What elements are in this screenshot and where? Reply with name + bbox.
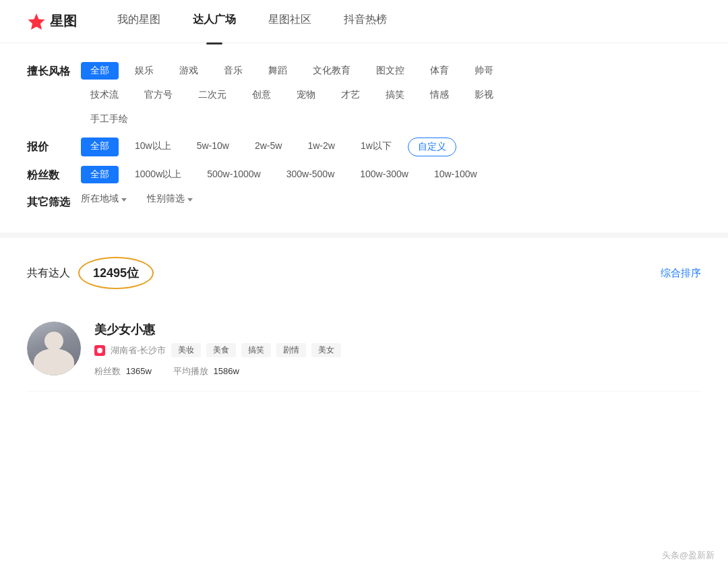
fans-stat-value: 1365w xyxy=(126,366,152,376)
style-tag-education[interactable]: 文化教育 xyxy=(303,62,360,80)
price-tag-1w-2w[interactable]: 1w-2w xyxy=(298,138,344,156)
main-nav: 我的星图 达人广场 星图社区 抖音热榜 xyxy=(117,13,387,30)
other-filter-row: 其它筛选 所在地域 性别筛选 xyxy=(27,193,701,210)
style-tag-creative[interactable]: 创意 xyxy=(243,86,280,104)
style-tag-funny[interactable]: 搞笑 xyxy=(376,86,414,104)
gender-label: 性别筛选 xyxy=(147,193,185,205)
category-tag-food: 美食 xyxy=(206,343,236,357)
category-tags: 美妆 美食 搞笑 剧情 美女 xyxy=(171,343,341,357)
influencer-info: 美少女小惠 湖南省-长沙市 美妆 美食 搞笑 剧情 美女 粉丝数 1365w xyxy=(94,322,701,377)
price-tag-custom[interactable]: 自定义 xyxy=(408,138,456,156)
nav-item-community[interactable]: 星图社区 xyxy=(268,13,311,30)
filter-section: 擅长风格 全部 娱乐 游戏 音乐 舞蹈 文化教育 图文控 体育 帅哥 技术流 官… xyxy=(0,43,728,238)
category-tag-drama: 剧情 xyxy=(276,343,306,357)
style-tag-talent[interactable]: 才艺 xyxy=(332,86,369,104)
fans-tag-1000w[interactable]: 1000w以上 xyxy=(125,166,191,183)
influencer-name: 美少女小惠 xyxy=(94,322,701,338)
logo: 星图 xyxy=(27,12,77,31)
sort-link[interactable]: 综合排序 xyxy=(661,267,701,280)
fans-stat-label: 粉丝数 xyxy=(94,366,121,376)
fans-tag-100w-300w[interactable]: 100w-300w xyxy=(351,166,418,183)
logo-star-icon xyxy=(27,12,46,31)
play-stat-label: 平均播放 xyxy=(173,366,208,376)
style-filter-tags-3: 手工手绘 xyxy=(81,111,701,128)
results-count-wrapper: 共有达人 12495位 xyxy=(27,257,154,289)
results-label: 共有达人 xyxy=(27,266,70,280)
header: 星图 我的星图 达人广场 星图社区 抖音热榜 xyxy=(0,0,728,43)
style-filter-tags-2: 技术流 官方号 二次元 创意 宠物 才艺 搞笑 情感 影视 xyxy=(81,86,701,104)
style-tag-all[interactable]: 全部 xyxy=(81,62,119,80)
fans-filter-tags: 全部 1000w以上 500w-1000w 300w-500w 100w-300… xyxy=(81,166,701,183)
price-filter-label: 报价 xyxy=(27,138,81,154)
nav-item-my-xingtujour[interactable]: 我的星图 xyxy=(117,13,160,30)
fans-filter-label: 粉丝数 xyxy=(27,166,81,183)
gender-dropdown-arrow-icon xyxy=(187,198,193,202)
category-tag-makeup: 美妆 xyxy=(171,343,201,357)
other-filter-label: 其它筛选 xyxy=(27,193,81,210)
price-tag-1w-below[interactable]: 1w以下 xyxy=(351,138,401,156)
avatar xyxy=(27,322,81,375)
fans-tag-300w-500w[interactable]: 300w-500w xyxy=(277,166,344,183)
results-count-circle: 12495位 xyxy=(78,257,154,289)
logo-text: 星图 xyxy=(50,12,77,30)
fans-tag-all[interactable]: 全部 xyxy=(81,166,119,183)
influencer-meta: 湖南省-长沙市 美妆 美食 搞笑 剧情 美女 xyxy=(94,343,701,357)
style-tag-game[interactable]: 游戏 xyxy=(170,62,208,80)
style-tag-official[interactable]: 官方号 xyxy=(135,86,182,104)
style-filter-tags: 全部 娱乐 游戏 音乐 舞蹈 文化教育 图文控 体育 帅哥 xyxy=(81,62,701,80)
category-tag-funny: 搞笑 xyxy=(241,343,271,357)
price-tag-2w-5w[interactable]: 2w-5w xyxy=(245,138,291,156)
style-filter-label: 擅长风格 xyxy=(27,62,81,79)
category-tag-beauty: 美女 xyxy=(311,343,341,357)
style-filter-row: 擅长风格 全部 娱乐 游戏 音乐 舞蹈 文化教育 图文控 体育 帅哥 xyxy=(27,62,701,80)
svg-marker-0 xyxy=(28,13,45,30)
style-tag-dance[interactable]: 舞蹈 xyxy=(259,62,297,80)
style-tag-sports[interactable]: 体育 xyxy=(421,62,458,80)
price-filter-tags: 全部 10w以上 5w-10w 2w-5w 1w-2w 1w以下 自定义 xyxy=(81,138,701,156)
influencer-card: 美少女小惠 湖南省-长沙市 美妆 美食 搞笑 剧情 美女 粉丝数 1365w xyxy=(27,308,701,392)
price-filter-row: 报价 全部 10w以上 5w-10w 2w-5w 1w-2w 1w以下 自定义 xyxy=(27,138,701,156)
style-filter-row-3: 手工手绘 xyxy=(27,111,701,128)
price-tag-10w-plus[interactable]: 10w以上 xyxy=(125,138,181,156)
platform-douyin-icon xyxy=(94,345,105,356)
platform-icon-inner xyxy=(97,348,102,353)
style-tag-entertainment[interactable]: 娱乐 xyxy=(125,62,163,80)
influencer-stats: 粉丝数 1365w 平均播放 1586w xyxy=(94,365,701,377)
style-tag-pets[interactable]: 宠物 xyxy=(287,86,325,104)
style-tag-graphic[interactable]: 图文控 xyxy=(367,62,414,80)
results-header: 共有达人 12495位 综合排序 xyxy=(27,257,701,289)
location-dropdown-arrow-icon xyxy=(121,198,127,202)
style-tag-handcraft[interactable]: 手工手绘 xyxy=(81,111,138,128)
fans-filter-row: 粉丝数 全部 1000w以上 500w-1000w 300w-500w 100w… xyxy=(27,166,701,183)
style-filter-row-2: 技术流 官方号 二次元 创意 宠物 才艺 搞笑 情感 影视 xyxy=(27,86,701,104)
nav-item-hot-list[interactable]: 抖音热榜 xyxy=(344,13,387,30)
price-tag-all[interactable]: 全部 xyxy=(81,138,119,156)
style-tag-film[interactable]: 影视 xyxy=(465,86,503,104)
play-stat: 平均播放 1586w xyxy=(173,365,239,377)
play-stat-value: 1586w xyxy=(214,366,239,376)
style-tag-music[interactable]: 音乐 xyxy=(214,62,252,80)
fans-stat: 粉丝数 1365w xyxy=(94,365,152,377)
nav-item-talent-plaza[interactable]: 达人广场 xyxy=(193,13,236,30)
location-dropdown[interactable]: 所在地域 xyxy=(81,193,127,205)
results-section: 共有达人 12495位 综合排序 美少女小惠 湖南省-长沙市 美妆 美食 搞笑 … xyxy=(0,238,728,411)
fans-tag-10w-100w[interactable]: 10w-100w xyxy=(425,166,487,183)
style-tag-anime[interactable]: 二次元 xyxy=(189,86,236,104)
influencer-location: 湖南省-长沙市 xyxy=(111,344,166,357)
fans-tag-500w-1000w[interactable]: 500w-1000w xyxy=(198,166,270,183)
gender-dropdown[interactable]: 性别筛选 xyxy=(147,193,193,205)
watermark: 头条@盈新新 xyxy=(662,549,715,562)
location-label: 所在地域 xyxy=(81,193,119,205)
style-tag-handsome[interactable]: 帅哥 xyxy=(465,62,503,80)
other-filter-tags: 所在地域 性别筛选 xyxy=(81,193,701,205)
style-tag-tech[interactable]: 技术流 xyxy=(81,86,128,104)
style-tag-emotion[interactable]: 情感 xyxy=(421,86,458,104)
price-tag-5w-10w[interactable]: 5w-10w xyxy=(187,138,239,156)
avatar-image xyxy=(27,322,81,375)
